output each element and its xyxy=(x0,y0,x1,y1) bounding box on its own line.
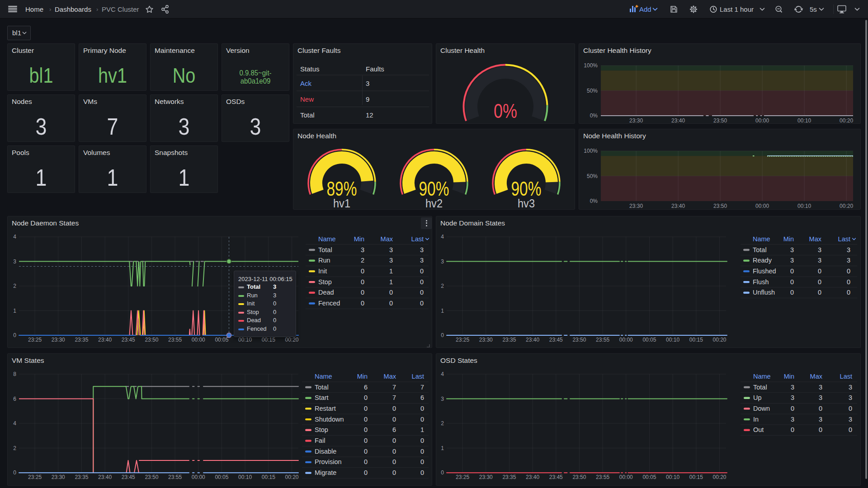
svg-text:00:20: 00:20 xyxy=(712,474,726,480)
svg-text:Name: Name xyxy=(753,373,771,380)
svg-text:Max: Max xyxy=(381,235,393,243)
svg-text:Last: Last xyxy=(840,373,852,380)
svg-text:23:30: 23:30 xyxy=(629,203,643,209)
svg-text:00:15: 00:15 xyxy=(689,474,703,480)
svg-text:2: 2 xyxy=(13,283,16,289)
svg-text:0: 0 xyxy=(13,469,16,476)
svg-text:3: 3 xyxy=(389,257,393,264)
svg-text:0: 0 xyxy=(420,458,424,465)
svg-text:23:40: 23:40 xyxy=(671,203,685,209)
svg-text:00:05: 00:05 xyxy=(215,474,228,480)
svg-text:00:10: 00:10 xyxy=(238,474,252,480)
svg-text:hv2: hv2 xyxy=(425,197,443,210)
svg-text:New: New xyxy=(300,95,314,103)
svg-text:3: 3 xyxy=(361,246,364,253)
svg-text:1: 1 xyxy=(13,308,16,314)
svg-text:1: 1 xyxy=(441,445,444,451)
svg-text:23:45: 23:45 xyxy=(549,474,563,480)
svg-text:6: 6 xyxy=(420,394,424,401)
svg-text:Ready: Ready xyxy=(753,257,772,264)
svg-text:Disable: Disable xyxy=(315,448,336,455)
svg-text:23:45: 23:45 xyxy=(122,337,135,343)
svg-text:3: 3 xyxy=(420,246,424,253)
svg-text:8: 8 xyxy=(13,371,16,377)
svg-text:0: 0 xyxy=(364,394,368,401)
svg-text:23:40: 23:40 xyxy=(526,337,539,343)
svg-text:00:05: 00:05 xyxy=(215,337,228,343)
svg-text:00:10: 00:10 xyxy=(238,337,252,343)
svg-text:23:55: 23:55 xyxy=(168,337,182,343)
svg-text:23:55: 23:55 xyxy=(596,474,609,480)
svg-text:0: 0 xyxy=(818,267,821,275)
svg-text:0: 0 xyxy=(818,278,821,286)
svg-text:0: 0 xyxy=(849,405,852,412)
svg-text:1: 1 xyxy=(441,308,444,314)
svg-text:0: 0 xyxy=(420,437,424,444)
svg-text:3: 3 xyxy=(819,416,822,423)
svg-text:0: 0 xyxy=(819,426,822,433)
svg-text:6: 6 xyxy=(13,396,16,402)
svg-text:Stop: Stop xyxy=(315,426,328,433)
svg-text:0: 0 xyxy=(441,469,444,476)
svg-text:0: 0 xyxy=(364,405,368,412)
svg-text:2: 2 xyxy=(13,445,16,451)
svg-text:0: 0 xyxy=(420,416,424,423)
svg-text:Min: Min xyxy=(784,373,794,380)
svg-text:23:35: 23:35 xyxy=(75,474,88,480)
svg-text:23:40: 23:40 xyxy=(671,117,685,124)
svg-text:0: 0 xyxy=(392,458,396,465)
svg-text:00:10: 00:10 xyxy=(666,474,679,480)
svg-text:Total: Total xyxy=(318,246,332,253)
svg-text:Fenced: Fenced xyxy=(318,300,340,307)
svg-text:0: 0 xyxy=(392,437,396,444)
svg-text:0: 0 xyxy=(849,426,852,433)
svg-text:0: 0 xyxy=(364,458,368,465)
svg-text:00:00: 00:00 xyxy=(192,474,205,480)
svg-text:00:20: 00:20 xyxy=(285,337,298,343)
svg-text:23:40: 23:40 xyxy=(526,474,539,480)
svg-text:0: 0 xyxy=(392,405,396,412)
svg-text:23:55: 23:55 xyxy=(168,474,182,480)
svg-text:0: 0 xyxy=(847,289,850,296)
svg-text:0: 0 xyxy=(389,289,393,296)
svg-text:Max: Max xyxy=(809,235,822,243)
svg-text:00:15: 00:15 xyxy=(689,337,703,343)
svg-text:Total: Total xyxy=(315,384,329,391)
svg-text:23:50: 23:50 xyxy=(713,117,727,124)
svg-text:00:10: 00:10 xyxy=(666,337,679,343)
svg-text:1: 1 xyxy=(389,267,393,275)
svg-text:0%: 0% xyxy=(590,113,598,119)
svg-text:00:05: 00:05 xyxy=(642,474,656,480)
svg-text:23:25: 23:25 xyxy=(28,337,42,343)
svg-text:0: 0 xyxy=(364,437,368,444)
svg-text:Min: Min xyxy=(783,235,794,243)
svg-text:0: 0 xyxy=(361,278,364,286)
svg-text:Run: Run xyxy=(318,257,330,264)
svg-text:Init: Init xyxy=(318,267,327,275)
svg-text:Name: Name xyxy=(315,373,332,380)
svg-text:Down: Down xyxy=(753,405,770,412)
svg-text:0: 0 xyxy=(364,426,368,433)
svg-text:7: 7 xyxy=(420,384,424,391)
svg-text:50%: 50% xyxy=(587,173,598,179)
svg-text:00:00: 00:00 xyxy=(619,474,633,480)
svg-text:Ack: Ack xyxy=(300,80,312,87)
svg-text:0: 0 xyxy=(361,267,364,275)
svg-text:3: 3 xyxy=(366,80,369,87)
svg-text:00:10: 00:10 xyxy=(797,203,811,209)
svg-text:3: 3 xyxy=(847,257,850,264)
svg-text:6: 6 xyxy=(364,384,368,391)
svg-text:23:50: 23:50 xyxy=(572,337,586,343)
svg-text:4: 4 xyxy=(13,420,16,427)
svg-text:0: 0 xyxy=(364,448,368,455)
svg-text:hv3: hv3 xyxy=(518,197,535,210)
svg-text:Provision: Provision xyxy=(315,458,342,465)
svg-text:23:30: 23:30 xyxy=(479,337,493,343)
svg-text:Last: Last xyxy=(838,235,850,243)
svg-text:3: 3 xyxy=(849,384,852,391)
svg-text:23:30: 23:30 xyxy=(52,337,65,343)
svg-text:23:30: 23:30 xyxy=(479,474,493,480)
svg-text:Unflush: Unflush xyxy=(753,289,775,296)
svg-text:0: 0 xyxy=(392,416,396,423)
svg-text:23:25: 23:25 xyxy=(456,474,469,480)
